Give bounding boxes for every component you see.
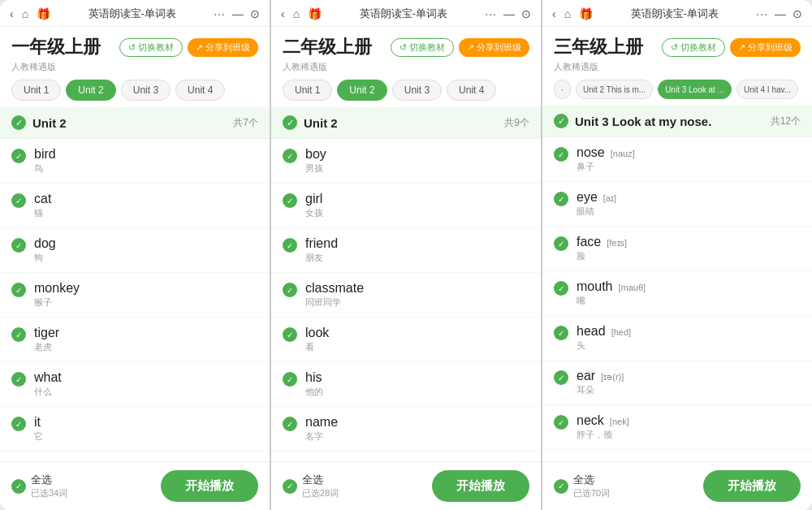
- list-item: ✓ classmate 同班同学: [271, 273, 541, 318]
- word-english: nose [nauz]: [577, 145, 635, 160]
- list-item: ✓ bird 鸟: [0, 139, 270, 184]
- word-english: boy: [305, 147, 326, 162]
- word-content: face [feɪs] 脸: [577, 235, 627, 262]
- tab-unit1-s3[interactable]: ·: [554, 80, 571, 99]
- select-all-check-3: ✓: [554, 479, 568, 494]
- word-chinese: 头: [577, 339, 631, 352]
- select-all-group-1: 全选 已选34词: [31, 473, 67, 499]
- tab-unit4-s1[interactable]: Unit 4: [175, 80, 225, 101]
- share-btn-3[interactable]: ↗ 分享到班级: [730, 38, 801, 57]
- back-icon-3[interactable]: ‹: [552, 7, 556, 20]
- word-list-1[interactable]: ✓ bird 鸟 ✓ cat 猫 ✓ dog 狗: [0, 139, 270, 461]
- switch-btn-1[interactable]: ↺ 切换教材: [119, 38, 183, 57]
- minimize-icon-3[interactable]: —: [775, 7, 786, 20]
- word-content: eye [aɪ] 眼睛: [577, 190, 616, 218]
- gift-icon-2[interactable]: 🎁: [308, 7, 322, 20]
- word-chinese: 耳朵: [577, 384, 624, 396]
- word-english: cat: [34, 192, 51, 206]
- home-icon-1[interactable]: ⌂: [22, 7, 28, 20]
- word-list-2[interactable]: ✓ boy 男孩 ✓ girl 女孩 ✓ friend 朋友: [271, 139, 541, 461]
- tab-unit3-s2[interactable]: Unit 3: [392, 80, 442, 101]
- word-chinese: 鸟: [34, 162, 56, 175]
- gift-icon-3[interactable]: 🎁: [579, 7, 593, 20]
- word-content: dog 狗: [34, 236, 56, 264]
- minimize-icon-1[interactable]: —: [232, 7, 244, 20]
- word-check: ✓: [554, 236, 568, 251]
- menu-dots-2[interactable]: ···: [485, 7, 497, 20]
- grade-title-3: 三年级上册: [554, 35, 643, 59]
- word-chinese: 猫: [34, 207, 51, 219]
- unit-tabs-3: · Unit 2 This is m... Unit 3 Look at ...…: [554, 80, 801, 99]
- list-item: ✓ eye [aɪ] 眼睛: [542, 182, 812, 227]
- switch-btn-2[interactable]: ↺ 切换教材: [391, 38, 454, 57]
- close-icon-2[interactable]: ⊙: [521, 7, 531, 20]
- word-chinese: 脖子，颈: [577, 429, 629, 441]
- nav-title-1: 英语朗读宝-单词表: [57, 6, 207, 21]
- tab-unit3-s1[interactable]: Unit 3: [121, 80, 171, 101]
- grade-row-2: 二年级上册 ↺ 切换教材 ↗ 分享到班级: [283, 35, 529, 59]
- word-check: ✓: [554, 281, 568, 296]
- menu-dots-3[interactable]: ···: [756, 7, 768, 20]
- home-icon-2[interactable]: ⌂: [293, 7, 300, 20]
- list-item: ✓ his 他的: [271, 362, 541, 407]
- tab-unit1-s1[interactable]: Unit 1: [11, 80, 61, 101]
- word-chinese: 狗: [34, 252, 56, 264]
- word-chinese: 眼睛: [577, 205, 616, 218]
- phone-screen-2: ‹ ⌂ 🎁 英语朗读宝-单词表 ··· — ⊙ 二年级上册 ↺ 切换教材: [271, 0, 541, 510]
- word-chinese: 脸: [577, 250, 627, 262]
- gift-icon-1[interactable]: 🎁: [37, 7, 50, 20]
- switch-btn-3[interactable]: ↺ 切换教材: [662, 38, 725, 57]
- word-chinese: 同班同学: [305, 296, 364, 309]
- unit-header-left-1: ✓ Unit 2: [11, 115, 67, 130]
- play-btn-1[interactable]: 开始播放: [161, 470, 258, 502]
- word-chinese: 什么: [34, 386, 62, 398]
- close-icon-1[interactable]: ⊙: [250, 7, 260, 20]
- list-item: ✓ neck [nek] 脖子，颈: [542, 405, 812, 450]
- word-english: face [feɪs]: [577, 235, 627, 249]
- unit-count-3: 共12个: [771, 115, 801, 128]
- word-check: ✓: [283, 193, 297, 208]
- share-btn-1[interactable]: ↗ 分享到班级: [188, 38, 258, 57]
- nav-left-icons-3: ‹ ⌂ 🎁: [552, 7, 593, 20]
- tab-unit2-s3[interactable]: Unit 2 This is m...: [576, 80, 653, 99]
- word-check: ✓: [554, 192, 568, 206]
- tab-unit1-s2[interactable]: Unit 1: [283, 80, 332, 101]
- word-list-3[interactable]: ✓ nose [nauz] 鼻子 ✓ eye [aɪ] 眼睛 ✓ face [f…: [542, 137, 812, 461]
- word-check: ✓: [11, 149, 26, 163]
- unit-header-3: ✓ Unit 3 Look at my nose. 共12个: [542, 106, 812, 137]
- word-check: ✓: [283, 238, 297, 253]
- tab-unit3-s3[interactable]: Unit 3 Look at ...: [658, 80, 732, 99]
- select-all-3[interactable]: ✓ 全选 已选70词: [554, 473, 610, 499]
- tab-unit2-s2[interactable]: Unit 2: [337, 80, 387, 101]
- back-icon-1[interactable]: ‹: [10, 7, 14, 20]
- tab-unit4-s2[interactable]: Unit 4: [447, 80, 496, 101]
- word-content: friend 朋友: [305, 236, 338, 264]
- list-item: ✓ cat 猫: [0, 184, 270, 228]
- share-btn-2[interactable]: ↗ 分享到班级: [459, 38, 529, 57]
- select-all-1[interactable]: ✓ 全选 已选34词: [11, 473, 67, 499]
- switch-icon-3: ↺: [671, 42, 678, 53]
- tab-unit4-s3[interactable]: Unit 4 I hav...: [736, 80, 798, 99]
- list-item: ✓ look 看: [271, 318, 541, 362]
- word-content: what 什么: [34, 370, 62, 398]
- word-english: look: [305, 326, 329, 340]
- word-chinese: 女孩: [305, 207, 323, 219]
- word-check: ✓: [11, 372, 26, 387]
- close-icon-3[interactable]: ⊙: [793, 7, 802, 20]
- select-all-2[interactable]: ✓ 全选 已选28词: [283, 473, 339, 499]
- unit-count-2: 共9个: [504, 116, 529, 130]
- word-content: cat 猫: [34, 192, 51, 219]
- back-icon-2[interactable]: ‹: [281, 7, 285, 20]
- play-btn-3[interactable]: 开始播放: [703, 470, 801, 502]
- nav-left-icons-1: ‹ ⌂ 🎁: [10, 7, 50, 20]
- menu-dots-1[interactable]: ···: [214, 7, 226, 20]
- word-chinese: 看: [305, 341, 329, 353]
- switch-icon-1: ↺: [128, 42, 136, 53]
- tab-unit2-s1[interactable]: Unit 2: [66, 80, 115, 101]
- grade-title-1: 一年级上册: [11, 35, 101, 59]
- nav-title-2: 英语朗读宝-单词表: [328, 6, 478, 21]
- minimize-icon-2[interactable]: —: [503, 7, 515, 20]
- grade-row-3: 三年级上册 ↺ 切换教材 ↗ 分享到班级: [554, 35, 801, 59]
- play-btn-2[interactable]: 开始播放: [432, 470, 529, 502]
- home-icon-3[interactable]: ⌂: [564, 7, 571, 20]
